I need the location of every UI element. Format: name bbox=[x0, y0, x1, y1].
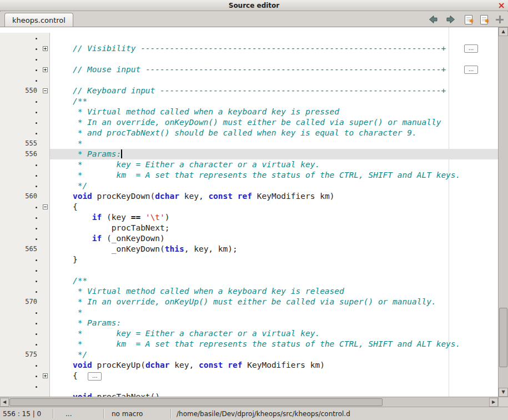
code-line[interactable] bbox=[0, 54, 498, 64]
code-line[interactable]: void procKeyUp(dchar key, const ref KeyM… bbox=[0, 360, 498, 371]
line-dot-icon bbox=[36, 186, 37, 187]
code-text[interactable]: * bbox=[50, 138, 498, 149]
code-line[interactable] bbox=[0, 381, 498, 392]
code-line[interactable] bbox=[0, 265, 498, 276]
code-text[interactable]: // Mouse input -------------------------… bbox=[50, 64, 498, 75]
code-line[interactable]: void procTabNext() bbox=[0, 392, 498, 397]
tab-kheops-control[interactable]: kheops.control bbox=[4, 13, 73, 27]
code-text[interactable]: * Params: bbox=[50, 149, 498, 159]
detach-cross-icon[interactable] bbox=[496, 16, 504, 23]
code-text[interactable]: /** bbox=[50, 276, 498, 286]
code-text[interactable] bbox=[50, 265, 498, 276]
code-text[interactable]: { bbox=[50, 202, 498, 212]
code-text[interactable]: _onKeyDown(this, key, km); bbox=[50, 244, 498, 254]
vertical-scrollbar[interactable] bbox=[498, 27, 508, 397]
code-text[interactable]: */ bbox=[50, 349, 498, 360]
code-text[interactable]: * In an override, onKeyUp() must either … bbox=[50, 297, 498, 307]
code-text[interactable] bbox=[50, 381, 498, 392]
line-number bbox=[0, 392, 41, 397]
horizontal-scrollbar[interactable] bbox=[0, 397, 498, 407]
fold-marker[interactable]: − bbox=[43, 204, 48, 209]
code-text[interactable]: * km = A set that represents the status … bbox=[50, 170, 498, 181]
code-text[interactable]: void procTabNext() bbox=[50, 392, 498, 397]
vertical-scroll-thumb[interactable] bbox=[499, 308, 507, 367]
scroll-down-button[interactable] bbox=[499, 388, 508, 397]
code-line[interactable]: * bbox=[0, 307, 498, 318]
folded-code-ellipsis[interactable]: ... bbox=[88, 372, 102, 381]
code-line[interactable]: * Virtual method called when a keyboard … bbox=[0, 286, 498, 297]
code-line[interactable] bbox=[0, 33, 498, 43]
code-text[interactable]: void procKeyUp(dchar key, const ref KeyM… bbox=[50, 360, 498, 371]
code-text[interactable]: */ bbox=[50, 181, 498, 191]
code-line[interactable]: − { bbox=[0, 202, 498, 212]
code-line[interactable]: if (key == '\t') bbox=[0, 212, 498, 223]
code-line[interactable]: + // Mouse input -----------------------… bbox=[0, 64, 498, 75]
code-text[interactable]: /** bbox=[50, 96, 498, 107]
code-line[interactable]: 570 * In an override, onKeyUp() must eit… bbox=[0, 297, 498, 307]
code-text[interactable]: * Virtual method called when a keyboard … bbox=[50, 107, 498, 117]
code-text[interactable]: * key = Either a character or a virtual … bbox=[50, 159, 498, 170]
horizontal-scroll-thumb[interactable] bbox=[9, 398, 383, 406]
line-number: 555 bbox=[0, 138, 41, 149]
fold-column bbox=[41, 265, 50, 276]
code-line[interactable]: 565 _onKeyDown(this, key, km); bbox=[0, 244, 498, 254]
code-line[interactable]: /** bbox=[0, 276, 498, 286]
code-line[interactable]: * key = Either a character or a virtual … bbox=[0, 328, 498, 339]
code-text[interactable]: * bbox=[50, 307, 498, 318]
code-line[interactable] bbox=[0, 75, 498, 86]
code-line[interactable]: * key = Either a character or a virtual … bbox=[0, 159, 498, 170]
code-line[interactable]: * Virtual method called when a keyboard … bbox=[0, 107, 498, 117]
code-line[interactable]: * Params: bbox=[0, 318, 498, 328]
scroll-up-button[interactable] bbox=[499, 27, 508, 36]
next-location-button[interactable] bbox=[445, 14, 457, 25]
fold-marker[interactable]: + bbox=[43, 373, 48, 378]
folded-region-ellipsis[interactable]: ... bbox=[464, 66, 478, 74]
code-text[interactable] bbox=[50, 75, 498, 86]
code-text[interactable]: * Virtual method called when a keyboard … bbox=[50, 286, 498, 297]
code-line[interactable]: + { ... bbox=[0, 371, 498, 381]
code-text[interactable]: * key = Either a character or a virtual … bbox=[50, 328, 498, 339]
code-line[interactable]: procTabNext; bbox=[0, 223, 498, 233]
code-line[interactable]: 560 void procKeyDown(dchar key, const re… bbox=[0, 191, 498, 202]
code-line[interactable]: 550− // Keyboard input -----------------… bbox=[0, 86, 498, 96]
scroll-right-button[interactable] bbox=[489, 398, 498, 407]
code-text[interactable]: { ... bbox=[50, 371, 498, 381]
code-line[interactable]: + // Visibility ------------------------… bbox=[0, 43, 498, 54]
fold-marker[interactable]: − bbox=[43, 88, 48, 93]
close-button[interactable]: × bbox=[498, 0, 505, 11]
code-text[interactable]: } bbox=[50, 254, 498, 265]
folded-region-ellipsis[interactable]: ... bbox=[464, 44, 478, 53]
code-text[interactable]: * km = A set that represents the status … bbox=[50, 339, 498, 349]
code-line[interactable]: if (_onKeyDown) bbox=[0, 233, 498, 244]
code-editor[interactable]: + // Visibility ------------------------… bbox=[0, 27, 498, 397]
code-line[interactable]: 575 */ bbox=[0, 349, 498, 360]
code-line[interactable]: */ bbox=[0, 181, 498, 191]
code-line[interactable]: 555 * bbox=[0, 138, 498, 149]
document-save-icon[interactable] bbox=[480, 15, 488, 24]
code-line[interactable]: * In an override, onKeyDown() must eithe… bbox=[0, 117, 498, 128]
fold-marker[interactable]: + bbox=[43, 46, 48, 51]
fold-marker[interactable]: + bbox=[43, 67, 48, 72]
code-text[interactable]: if (_onKeyDown) bbox=[50, 233, 498, 244]
fold-column bbox=[41, 233, 50, 244]
code-text[interactable] bbox=[50, 33, 498, 43]
code-line[interactable]: /** bbox=[0, 96, 498, 107]
code-line[interactable]: } bbox=[0, 254, 498, 265]
code-text[interactable]: * In an override, onKeyDown() must eithe… bbox=[50, 117, 498, 128]
code-text[interactable]: * and procTabNext() should be called whe… bbox=[50, 128, 498, 138]
previous-location-button[interactable] bbox=[427, 14, 439, 25]
code-text[interactable]: procTabNext; bbox=[50, 223, 498, 233]
document-modified-icon[interactable] bbox=[465, 15, 472, 24]
code-line[interactable]: 556 * Params: bbox=[0, 149, 498, 159]
code-text[interactable]: if (key == '\t') bbox=[50, 212, 498, 223]
code-text[interactable]: * Params: bbox=[50, 318, 498, 328]
code-text[interactable] bbox=[50, 54, 498, 64]
code-line[interactable]: * and procTabNext() should be called whe… bbox=[0, 128, 498, 138]
fold-column bbox=[41, 212, 50, 223]
code-text[interactable]: void procKeyDown(dchar key, const ref Ke… bbox=[50, 191, 498, 202]
code-text[interactable]: // Visibility --------------------------… bbox=[50, 43, 498, 54]
code-text[interactable]: // Keyboard input ----------------------… bbox=[50, 86, 498, 96]
code-line[interactable]: * km = A set that represents the status … bbox=[0, 170, 498, 181]
scroll-left-button[interactable] bbox=[0, 398, 9, 407]
code-line[interactable]: * km = A set that represents the status … bbox=[0, 339, 498, 349]
